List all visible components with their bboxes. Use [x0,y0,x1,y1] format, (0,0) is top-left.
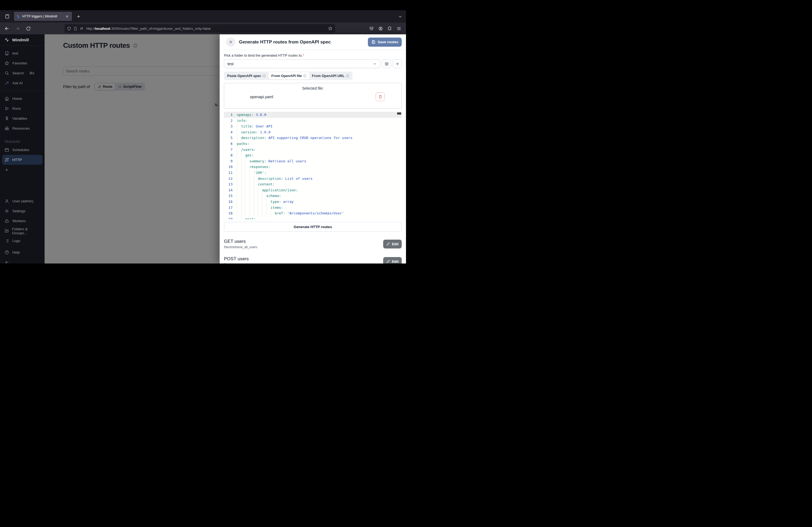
sidebar-item-user[interactable]: User (admin) [0,196,45,206]
sidebar-triggers-group: Schedules HTTP [0,144,45,177]
edit-route-button[interactable]: Edit [383,257,402,264]
tab-label: From OpenAPI file [271,74,302,78]
star-icon [4,61,9,65]
sidebar-add-trigger[interactable] [0,165,45,175]
tab-from-file[interactable]: From OpenAPI file [269,72,309,79]
permissions-icon[interactable] [79,27,84,30]
sidebar-item-runs[interactable]: Runs [0,104,45,114]
url-bar[interactable]: http://localhost:3000/routes?filter_path… [64,24,335,33]
generate-routes-drawer: Generate HTTP routes from OpenAPI spec S… [220,34,406,264]
user-icon [4,199,9,204]
sidebar-item-settings[interactable]: Settings [0,206,45,216]
sidebar-item-label: Folders & Groups... [12,227,40,235]
folder-field-label: Pick a folder to bind the generated HTTP… [224,54,402,57]
reload-button[interactable] [25,26,31,31]
sidebar-item-workspace[interactable]: test [0,48,45,58]
firefox-view-icon[interactable] [3,12,11,20]
route-title: POST users [224,256,260,261]
sidebar-item-variables[interactable]: Variables [0,114,45,123]
arrow-left-icon [4,260,9,264]
sidebar-item-search[interactable]: Search ⌘k [0,68,45,78]
selected-file-caption: Selected file: [224,86,402,90]
sidebar-item-label: User (admin) [12,199,33,203]
sidebar-item-label: Logs [12,239,20,243]
shield-icon[interactable] [67,27,71,31]
pocket-icon[interactable] [369,26,374,31]
drawer-body: Pick a folder to bind the generated HTTP… [220,50,406,264]
sidebar-item-home[interactable]: Home [0,94,45,104]
wand-icon [4,81,9,85]
sidebar-item-resources[interactable]: Resources [0,123,45,133]
sidebar-item-label: Home [12,96,22,101]
pencil-icon [387,242,390,246]
eye-icon [385,62,389,66]
sidebar-item-workers[interactable]: Workers [0,216,45,226]
sidebar-item-logs[interactable]: Logs [0,236,45,246]
forward-button[interactable] [14,26,20,31]
tab-from-url[interactable]: From OpenAPI URL [309,72,352,79]
sidebar-item-label: Settings [12,209,26,213]
list-tabs-chevron-icon[interactable] [398,15,402,18]
sidebar-item-label: Runs [12,107,21,110]
selected-file-row: openapi.yaml [224,92,402,101]
windmill-logo-icon [4,37,10,42]
play-icon [4,106,9,111]
new-tab-button[interactable] [75,13,82,20]
route-path: f/test/create_a_new_user [224,263,260,264]
folder-select-row: test [224,59,402,68]
extensions-icon[interactable] [388,26,392,31]
folder-open-icon [4,229,9,233]
app-window: Windmill test Favorites Search ⌘k Ask AI [0,34,406,264]
sidebar-nav-group: Home Runs Variables Resources [0,91,45,136]
close-icon[interactable] [226,37,235,47]
account-icon[interactable] [378,26,383,31]
sidebar-item-label: Ask AI [12,81,23,85]
brand[interactable]: Windmill [0,34,45,46]
sidebar-item-label: test [12,51,18,55]
edit-route-button[interactable]: Edit [383,240,402,249]
view-folder-button[interactable] [382,59,391,68]
bookmark-star-icon[interactable] [328,26,332,31]
sidebar-item-ask-ai[interactable]: Ask AI [0,78,45,88]
selected-file-dropzone[interactable]: Selected file: openapi.yaml [224,83,402,109]
trash-icon [378,95,382,99]
plus-icon [4,168,9,172]
save-routes-button[interactable]: Save routes [368,37,402,47]
folder-select[interactable]: test [224,59,380,68]
back-button[interactable] [4,26,10,31]
generated-route-row: POST users f/test/create_a_new_user Edit [224,256,402,264]
editor-scrollbar-thumb[interactable] [397,112,401,115]
browser-tab[interactable]: HTTP triggers | Windmill ✕ [14,12,72,21]
chevron-down-icon [373,62,377,66]
delete-file-button[interactable] [376,92,385,101]
sidebar-collapse-button[interactable] [0,257,45,264]
sidebar-item-favorites[interactable]: Favorites [0,58,45,68]
dollar-icon [4,116,9,121]
sidebar-item-folders-groups[interactable]: Folders & Groups... [0,226,45,236]
page-info-icon[interactable] [74,27,77,31]
building-icon [4,51,9,56]
robot-icon [4,219,9,223]
menu-hamburger-icon[interactable] [396,26,401,31]
sidebar-item-http[interactable]: HTTP [2,155,42,165]
sidebar-item-schedules[interactable]: Schedules [0,145,45,155]
folder-select-value: test [228,62,234,66]
brand-name: Windmill [12,37,29,42]
generated-route-row: GET users f/test/retrieve_all_users Edit [224,239,402,249]
sidebar-item-help[interactable]: Help [0,247,45,257]
save-icon [371,40,375,44]
route-path: f/test/retrieve_all_users [224,245,257,249]
sidebar-workspace-group: test Favorites Search ⌘k Ask AI [0,46,45,91]
sidebar: Windmill test Favorites Search ⌘k Ask AI [0,34,45,264]
tab-close-icon[interactable]: ✕ [64,14,70,19]
url-text[interactable]: http://localhost:3000/routes?filter_path… [86,27,326,31]
search-shortcut: ⌘k [29,71,35,75]
toolbar-right-cluster [369,26,402,31]
add-folder-button[interactable] [393,59,402,68]
sidebar-item-label: Resources [12,126,30,131]
tab-paste-spec[interactable]: Paste OpenAPI spec [224,72,269,79]
required-asterisk: * [303,54,304,57]
openapi-code-editor[interactable]: 1openapi:3.0.0 2info: 3 title:User API 4… [224,112,402,219]
generate-routes-button[interactable]: Generate HTTP routes [224,222,402,231]
browser-tab-bar: HTTP triggers | Windmill ✕ [0,10,406,22]
